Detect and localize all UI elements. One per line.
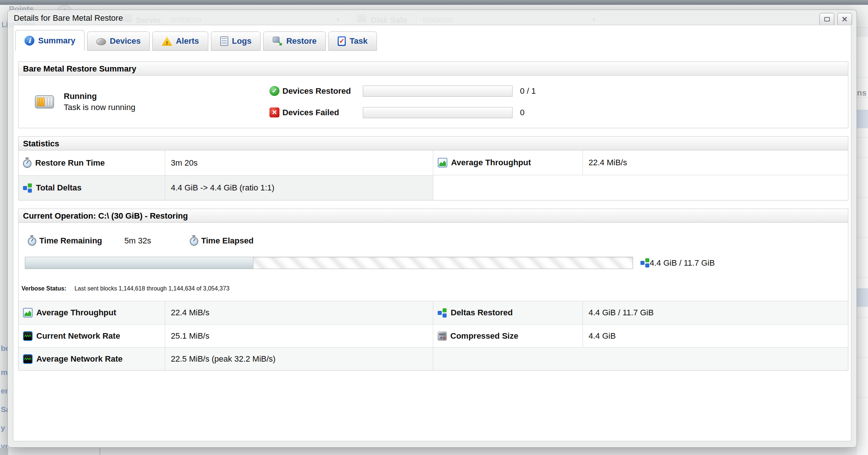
operation-progress-row: 4.4 GiB / 11.7 GiB — [25, 257, 841, 269]
tab-devices[interactable]: Devices — [87, 31, 150, 51]
statistics-empty-cell — [433, 175, 848, 200]
current-operation-section: Current Operation: C:\ (30 GiB) - Restor… — [18, 209, 848, 371]
status-description: Task is now running — [64, 102, 135, 113]
check-icon — [269, 86, 279, 96]
total-deltas-label: Total Deltas — [19, 175, 165, 200]
tab-summary[interactable]: Summary — [15, 30, 85, 51]
statistics-table: Restore Run Time 3m 20s Average Throughp… — [19, 150, 848, 200]
average-network-rate-label: Average Network Rate — [19, 347, 165, 370]
average-throughput-value: 22.4 MiB/s — [165, 301, 433, 324]
task-icon — [338, 36, 346, 46]
status-state: Running — [64, 91, 135, 102]
average-network-rate-value: 22.5 MiB/s (peak 32.2 MiB/s) — [165, 347, 433, 370]
total-deltas-value: 4.4 GiB -> 4.4 GiB (ratio 1:1) — [165, 175, 433, 200]
devices-restored-label: Devices Restored — [282, 86, 363, 96]
running-status-icon — [35, 95, 54, 109]
dialog-content: Summary Devices Alerts Logs Restore Task — [13, 25, 851, 441]
compressed-size-value: 4.4 GiB — [583, 324, 848, 347]
background-link-fragment: y — [1, 424, 7, 432]
compressed-size-label: Compressed Size — [433, 324, 583, 347]
operation-progressbar — [25, 257, 633, 269]
devices-failed-label: Devices Failed — [282, 108, 363, 117]
operation-progress-value: 4.4 GiB / 11.7 GiB — [650, 258, 715, 268]
tab-restore[interactable]: Restore — [263, 31, 326, 51]
deltas-restored-value: 4.4 GiB / 11.7 GiB — [583, 301, 848, 324]
verbose-status-label: Verbose Status: — [21, 285, 66, 292]
close-button[interactable]: ✕ — [837, 13, 852, 26]
restore-run-time-value: 3m 20s — [165, 150, 433, 175]
time-row: Time Remaining 5m 32s Time Elapsed — [28, 236, 848, 246]
background-text-fragment: ns — [857, 88, 867, 98]
operation-empty-cell — [433, 347, 848, 370]
compressed-icon — [438, 332, 447, 341]
background-link-fragment: bo — [1, 344, 7, 353]
average-throughput-label: Average Throughput — [19, 301, 165, 324]
stopwatch-icon — [28, 237, 36, 246]
devices-failed-row: Devices Failed 0 — [269, 107, 536, 118]
network-icon — [23, 354, 33, 364]
devices-restored-progressbar — [363, 86, 513, 97]
details-dialog: Details for Bare Metal Restore ✕ Summary… — [7, 10, 857, 448]
background-link-fragment: ers — [1, 386, 7, 395]
background-top-bar — [0, 0, 868, 5]
background-table-sliver — [857, 37, 868, 455]
average-throughput-label: Average Throughput — [433, 150, 583, 175]
section-title: Current Operation: C:\ (30 GiB) - Restor… — [19, 209, 848, 223]
verbose-status-row: Verbose Status: Last sent blocks 1,144,6… — [21, 285, 848, 292]
background-link-fragment: me — [1, 368, 7, 377]
restore-run-time-label: Restore Run Time — [19, 150, 165, 175]
statistics-section: Statistics Restore Run Time 3m 20s Avera… — [18, 136, 848, 200]
section-title: Statistics — [19, 137, 848, 150]
devices-restored-row: Devices Restored 0 / 1 — [269, 86, 536, 97]
devices-failed-value: 0 — [520, 108, 524, 117]
restore-icon — [272, 36, 282, 46]
deltas-icon — [23, 186, 27, 190]
stopwatch-icon — [190, 237, 198, 246]
maximize-button[interactable] — [819, 13, 834, 26]
section-title: Bare Metal Restore Summary — [19, 62, 848, 76]
summary-section: Bare Metal Restore Summary Running Task … — [18, 62, 848, 128]
devices-failed-progressbar — [363, 107, 513, 118]
time-elapsed-label: Time Elapsed — [201, 236, 254, 246]
devices-restored-value: 0 / 1 — [520, 86, 536, 96]
tab-label: Logs — [232, 36, 252, 46]
warning-icon — [162, 37, 172, 46]
background-panel-divider — [99, 448, 100, 455]
time-remaining-value: 5m 32s — [125, 236, 151, 246]
deltas-restored-label: Deltas Restored — [433, 301, 583, 324]
info-icon — [24, 36, 34, 46]
deltas-icon — [640, 261, 645, 265]
chart-icon — [23, 308, 33, 318]
operation-statistics-table: Average Throughput 22.4 MiB/s Deltas Res… — [19, 301, 848, 370]
current-network-rate-value: 25.1 MiB/s — [165, 324, 433, 347]
background-link-fragment: Sa — [1, 405, 7, 414]
close-icon: ✕ — [842, 16, 848, 23]
average-throughput-value: 22.4 MiB/s — [583, 150, 848, 175]
current-network-rate-label: Current Network Rate — [19, 324, 165, 347]
deltas-icon — [438, 311, 442, 315]
tab-task[interactable]: Task — [328, 31, 377, 51]
tab-label: Summary — [38, 36, 75, 46]
chart-icon — [438, 158, 447, 167]
tab-bar: Summary Devices Alerts Logs Restore Task — [15, 30, 851, 51]
tab-logs[interactable]: Logs — [211, 31, 261, 51]
stopwatch-icon — [23, 159, 32, 168]
background-panel-corner — [0, 448, 8, 455]
logs-icon — [220, 36, 228, 46]
tab-label: Devices — [110, 36, 140, 46]
tab-label: Task — [349, 36, 368, 46]
maximize-icon — [824, 17, 830, 21]
tab-label: Alerts — [176, 36, 199, 46]
network-icon — [23, 331, 33, 341]
progress-fill — [25, 257, 254, 269]
verbose-status-value: Last sent blocks 1,144,618 through 1,144… — [74, 285, 229, 292]
error-icon — [269, 107, 279, 117]
time-remaining-label: Time Remaining — [39, 236, 102, 246]
dialog-title: Details for Bare Metal Restore — [14, 11, 123, 26]
tab-alerts[interactable]: Alerts — [152, 31, 208, 51]
tab-label: Restore — [286, 36, 317, 46]
drive-icon — [96, 38, 106, 45]
